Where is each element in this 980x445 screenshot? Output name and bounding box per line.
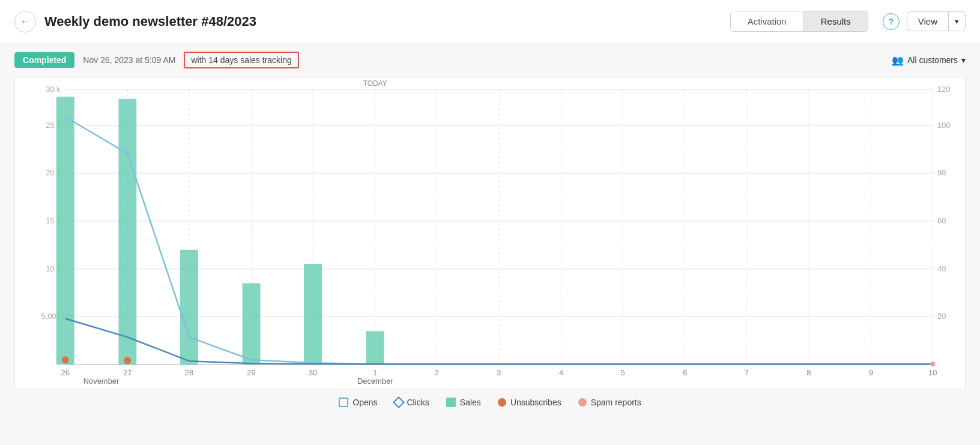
svg-text:TODAY: TODAY: [363, 79, 387, 88]
svg-rect-58: [304, 264, 322, 365]
legend-unsubscribes: Unsubscribes: [498, 398, 561, 407]
view-button[interactable]: View: [907, 11, 948, 31]
page-title: Weekly demo newsletter #48/2023: [44, 14, 730, 29]
help-button[interactable]: ?: [883, 13, 900, 30]
opens-legend-icon: [339, 398, 348, 407]
svg-text:30 k: 30 k: [46, 85, 61, 94]
svg-text:26: 26: [61, 368, 70, 377]
svg-text:4: 4: [559, 368, 563, 377]
svg-text:30: 30: [309, 368, 317, 377]
sales-legend-label: Sales: [460, 398, 481, 407]
legend-spam: Spam reports: [578, 398, 641, 407]
page: ← Weekly demo newsletter #48/2023 Activa…: [0, 0, 980, 445]
svg-text:100: 100: [937, 121, 951, 130]
svg-point-61: [124, 357, 131, 364]
customers-dropdown-icon: ▾: [961, 55, 966, 65]
customers-icon: 👥: [892, 55, 904, 66]
tracking-badge: with 14 days sales tracking: [184, 52, 298, 68]
svg-rect-59: [366, 331, 384, 365]
sales-legend-icon: [446, 398, 456, 407]
customers-filter[interactable]: 👥 All customers ▾: [892, 55, 966, 66]
legend-sales: Sales: [446, 398, 481, 407]
sub-header: Completed Nov 26, 2023 at 5:09 AM with 1…: [0, 43, 980, 77]
svg-text:7: 7: [745, 368, 749, 377]
svg-rect-57: [243, 283, 261, 365]
spam-legend-icon: [578, 398, 587, 407]
unsub-legend-icon: [498, 398, 506, 407]
spam-legend-label: Spam reports: [591, 398, 641, 407]
svg-text:60: 60: [937, 216, 946, 225]
svg-text:40: 40: [937, 264, 946, 273]
svg-text:120: 120: [937, 85, 951, 94]
legend-opens: Opens: [339, 398, 377, 407]
svg-text:5: 5: [621, 368, 625, 377]
svg-text:28: 28: [185, 368, 193, 377]
legend-clicks: Clicks: [395, 398, 429, 407]
svg-text:10: 10: [928, 368, 937, 377]
svg-rect-56: [180, 250, 198, 365]
header: ← Weekly demo newsletter #48/2023 Activa…: [0, 0, 980, 43]
header-right: ? View ▾: [883, 11, 966, 31]
svg-text:November: November: [83, 377, 119, 386]
svg-text:2: 2: [435, 368, 439, 377]
tab-results[interactable]: Results: [804, 11, 868, 31]
completed-badge: Completed: [14, 52, 74, 68]
svg-point-63: [930, 362, 935, 366]
svg-text:29: 29: [247, 368, 255, 377]
svg-text:1: 1: [373, 368, 377, 377]
chart-legend: Opens Clicks Sales Unsubscribes Spam rep…: [14, 389, 966, 412]
tab-group: Activation Results: [730, 11, 868, 32]
timestamp: Nov 26, 2023 at 5:09 AM: [83, 55, 175, 65]
tab-activation[interactable]: Activation: [731, 11, 804, 31]
clicks-legend-icon: [393, 396, 405, 408]
customers-label: All customers: [907, 55, 958, 65]
svg-text:3: 3: [497, 368, 501, 377]
view-button-group: View ▾: [907, 11, 966, 31]
clicks-legend-label: Clicks: [407, 398, 429, 407]
chart-container: 5,000 10 k 15 k 20 k 25 k 30 k 20 40 60 …: [14, 77, 966, 389]
svg-text:20: 20: [937, 312, 946, 321]
svg-rect-55: [118, 99, 136, 365]
unsub-legend-label: Unsubscribes: [510, 398, 561, 407]
svg-text:9: 9: [869, 368, 873, 377]
svg-rect-0: [17, 77, 963, 389]
chart-area: 5,000 10 k 15 k 20 k 25 k 30 k 20 40 60 …: [0, 77, 980, 445]
chart-svg: 5,000 10 k 15 k 20 k 25 k 30 k 20 40 60 …: [15, 77, 965, 389]
svg-rect-54: [56, 97, 74, 365]
svg-text:80: 80: [937, 168, 946, 177]
opens-legend-label: Opens: [352, 398, 377, 407]
back-icon: ←: [20, 16, 30, 27]
back-button[interactable]: ←: [14, 11, 36, 32]
svg-text:8: 8: [806, 368, 811, 377]
view-dropdown-button[interactable]: ▾: [948, 11, 966, 31]
svg-text:27: 27: [123, 368, 132, 377]
svg-text:6: 6: [683, 368, 687, 377]
svg-text:December: December: [357, 377, 393, 386]
